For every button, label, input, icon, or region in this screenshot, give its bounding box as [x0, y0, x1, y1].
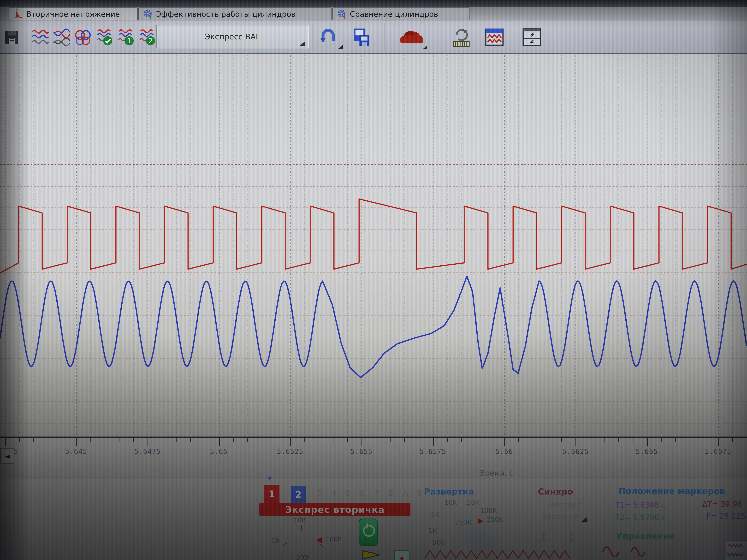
channel-3-tab[interactable]: 3 — [317, 488, 322, 498]
gridline-vertical-minor — [604, 55, 604, 435]
volt-option-1v[interactable]: 1В — [271, 537, 279, 544]
axis-tick — [190, 438, 191, 442]
control-section-title: Управление — [616, 531, 675, 541]
channel-6-tab[interactable]: 6 — [360, 488, 365, 498]
axis-tick — [62, 438, 62, 442]
gridline-horizontal-red — [0, 250, 747, 251]
volt-option-20v[interactable]: 20В — [297, 554, 308, 560]
gridline-vertical-minor — [133, 55, 134, 435]
axis-tick — [361, 438, 362, 446]
channel-7-tab[interactable]: 7 — [374, 488, 379, 498]
sweep-option-250k[interactable]: 250K — [486, 516, 503, 524]
axis-tick — [633, 438, 633, 442]
axis-tick — [119, 438, 120, 442]
waveform-slot2-button[interactable]: 2 — [137, 24, 158, 51]
sweep-option-5k[interactable]: 5K — [431, 511, 439, 518]
axis-tick — [133, 438, 134, 442]
split-panes-lightning-icon — [522, 27, 541, 47]
control-waveform-button[interactable] — [726, 540, 747, 560]
axis-tick — [675, 438, 676, 442]
record-button[interactable] — [394, 550, 410, 560]
dial-tick — [283, 542, 288, 546]
gridline-vertical-minor — [547, 55, 547, 435]
control-sine1-button[interactable] — [602, 544, 620, 560]
gridline-vertical-minor — [675, 55, 676, 435]
gear-green-arrow-icon — [143, 9, 153, 19]
gridline-vertical-minor — [518, 55, 519, 435]
marker-t2-flag-icon[interactable] — [568, 531, 576, 542]
sweep-section-title: Развертка — [424, 487, 474, 497]
marker-t1-flag-icon[interactable] — [539, 531, 548, 542]
gridline-vertical-major — [361, 55, 362, 435]
gridline-vertical-minor — [19, 55, 20, 435]
gridline-vertical-minor — [162, 55, 162, 435]
sweep-preview-waveform — [425, 549, 571, 560]
overlay-waveforms-button[interactable] — [52, 24, 72, 51]
sync-source-line2: вторичка — [543, 512, 579, 521]
axis-tick — [475, 438, 476, 442]
undo-button[interactable] — [316, 24, 344, 51]
report-window-button[interactable] — [481, 24, 508, 51]
show-all-waveforms-button[interactable] — [30, 24, 51, 51]
channel-8-tab[interactable]: 8 — [388, 488, 393, 498]
vehicle-select-button[interactable] — [392, 24, 428, 51]
gridline-horizontal-red — [0, 423, 747, 424]
sweep-option-10k[interactable]: 10K — [444, 499, 457, 506]
volt-option-100v[interactable]: 100В — [326, 536, 342, 543]
gridline-vertical-major — [219, 55, 220, 435]
axis-tick — [276, 438, 276, 442]
channel-5-tab[interactable]: 5 — [345, 488, 351, 498]
sweep-option-50k[interactable]: 50K — [467, 499, 479, 506]
gridline-horizontal-red — [0, 337, 747, 337]
channel-B-tab[interactable]: B — [417, 488, 422, 498]
volt-option-10v[interactable]: 10В — [294, 516, 306, 524]
active-probe-banner: Экспрес вторичка — [259, 503, 410, 516]
axis-tick-label: 5.6575 — [409, 448, 457, 455]
channel-1-tab[interactable]: 1 — [264, 485, 280, 503]
report-waves-window-icon — [485, 27, 504, 47]
axis-tick-label: 5.65 — [195, 448, 243, 455]
channel-power-button[interactable] — [359, 518, 378, 546]
gridline-vertical-minor — [248, 55, 248, 435]
axis-tick — [319, 438, 319, 442]
channel-A-tab[interactable]: A — [403, 488, 408, 498]
axis-tick — [205, 438, 205, 442]
gridline-vertical-major — [433, 55, 434, 435]
car-icon — [396, 27, 424, 47]
autoscale-button[interactable] — [447, 24, 475, 51]
axis-tick-label: 5.665 — [622, 448, 671, 455]
axis-tick — [661, 438, 662, 442]
channel-2-tab[interactable]: 2 — [291, 486, 306, 503]
scroll-left-button[interactable]: ◄ — [0, 448, 14, 464]
tab-secondary-voltage[interactable]: Вторичное напряжение — [9, 7, 138, 20]
gridline-vertical-minor — [418, 55, 419, 435]
tab-cylinder-comparison[interactable]: Сравнение цилиндров — [332, 7, 470, 20]
sync-source-dropdown[interactable]: Экспрес вторичка — [541, 500, 590, 527]
axis-tick — [33, 438, 34, 442]
play-button[interactable] — [360, 550, 385, 560]
preset-dropdown[interactable]: Экспресс ВАГ — [156, 25, 309, 49]
gridline-vertical-minor — [447, 55, 447, 435]
gridline-vertical-minor — [533, 55, 533, 435]
gridline-horizontal-red — [0, 294, 747, 294]
waveform-plot-area[interactable] — [0, 54, 747, 436]
channel-4-tab[interactable]: 4 — [331, 488, 336, 498]
axis-tick — [376, 438, 376, 442]
save-view-button[interactable] — [349, 24, 376, 51]
sweep-option-500[interactable]: 500 — [433, 539, 445, 546]
control-sine2-button[interactable] — [630, 544, 646, 560]
waveform-slot1-button[interactable]: 1 — [116, 24, 136, 51]
sweep-option-1k[interactable]: 1K — [429, 527, 437, 534]
accept-waveform-button[interactable] — [94, 24, 115, 51]
axis-tick-label: 5.645 — [52, 448, 101, 455]
tab-cylinder-efficiency[interactable]: Эффективность работы цилиндров — [138, 7, 332, 20]
below-axis-strip — [0, 438, 747, 479]
sweep-option-100k[interactable]: 100K — [480, 507, 497, 514]
axis-tick — [690, 438, 690, 442]
axis-tick-label: 5.655 — [337, 448, 386, 455]
split-view-button[interactable] — [518, 24, 545, 51]
dial-tick — [319, 543, 324, 548]
linked-channels-button[interactable] — [73, 24, 93, 51]
save-button[interactable] — [1, 24, 22, 51]
gridline-horizontal-red — [0, 186, 747, 187]
